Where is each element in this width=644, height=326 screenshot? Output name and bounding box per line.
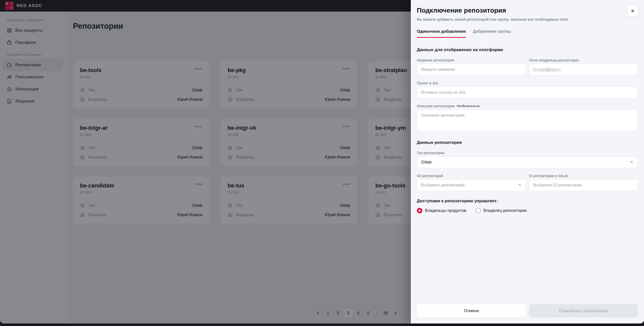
tab-group-add[interactable]: Добавление группы xyxy=(473,29,511,38)
modal-footer: Отмена Подключить репозиторий xyxy=(417,304,638,317)
radio-label: Владельцы продуктов xyxy=(425,208,466,213)
modal-tabs: Одиночное добавление Добавление группы xyxy=(417,29,638,38)
repo-name-input[interactable] xyxy=(417,64,526,75)
access-heading: Доступами к репозиторию управляет: xyxy=(417,199,638,204)
section-platform-data: Данные для отображения на платформе xyxy=(417,47,638,52)
repo-name-label: Название репозитория xyxy=(417,58,526,62)
modal-title: Подключение репозитория xyxy=(417,7,638,14)
jira-label: Проект в Jira xyxy=(417,81,638,85)
description-textarea[interactable] xyxy=(417,110,638,131)
repo-type-value: Gitlab xyxy=(421,160,432,165)
radio-unselected-icon xyxy=(475,208,481,213)
optional-badge: Необязательно xyxy=(457,104,480,108)
screen: { "accent_color": "#E0174C", "topbar": {… xyxy=(0,0,644,326)
owner-login-value-obscured: ih.uryev@mts.ru xyxy=(533,68,561,72)
modal-subtitle: Вы можете добавить новый репозиторий или… xyxy=(417,17,638,21)
radio-selected-icon xyxy=(417,208,422,213)
section-repo-data: Данные репозитория xyxy=(417,140,638,145)
access-radio-group: Владельцы продуктов Владелец репозитория xyxy=(417,208,638,213)
jira-input[interactable] xyxy=(417,87,638,98)
git-repo-placeholder: Выберите репозиторий xyxy=(421,183,465,187)
submit-button-disabled[interactable]: Подключить репозиторий xyxy=(529,304,638,317)
owner-login-label: Логин владельца репозитория xyxy=(529,58,638,62)
gitlab-id-input[interactable] xyxy=(529,179,638,191)
radio-repo-owner[interactable]: Владелец репозитория xyxy=(475,208,527,213)
connect-repository-modal: ✕ Подключение репозитория Вы можете доба… xyxy=(411,0,644,323)
git-repo-select[interactable]: Выберите репозиторий xyxy=(417,179,526,191)
radio-label: Владелец репозитория xyxy=(484,208,527,213)
radio-product-owners[interactable]: Владельцы продуктов xyxy=(417,208,466,213)
description-label-text: Описание репозитория xyxy=(417,104,455,108)
repo-type-select[interactable]: Gitlab xyxy=(417,156,638,168)
chevron-down-icon xyxy=(518,183,522,188)
tab-single-add[interactable]: Одиночное добавление xyxy=(417,29,466,38)
repo-type-label: Тип репозитория xyxy=(417,151,638,155)
git-repo-label: Git репозиторий xyxy=(417,174,526,178)
chevron-down-icon xyxy=(630,160,634,165)
cancel-button[interactable]: Отмена xyxy=(417,304,526,317)
modal-backdrop[interactable] xyxy=(0,0,411,323)
gitlab-id-label: ID репозитория в GitLab xyxy=(529,174,638,178)
owner-login-field[interactable]: ih.uryev@mts.ru xyxy=(529,64,638,75)
close-icon[interactable]: ✕ xyxy=(627,6,638,16)
description-label: Описание репозитория Необязательно xyxy=(417,104,638,108)
